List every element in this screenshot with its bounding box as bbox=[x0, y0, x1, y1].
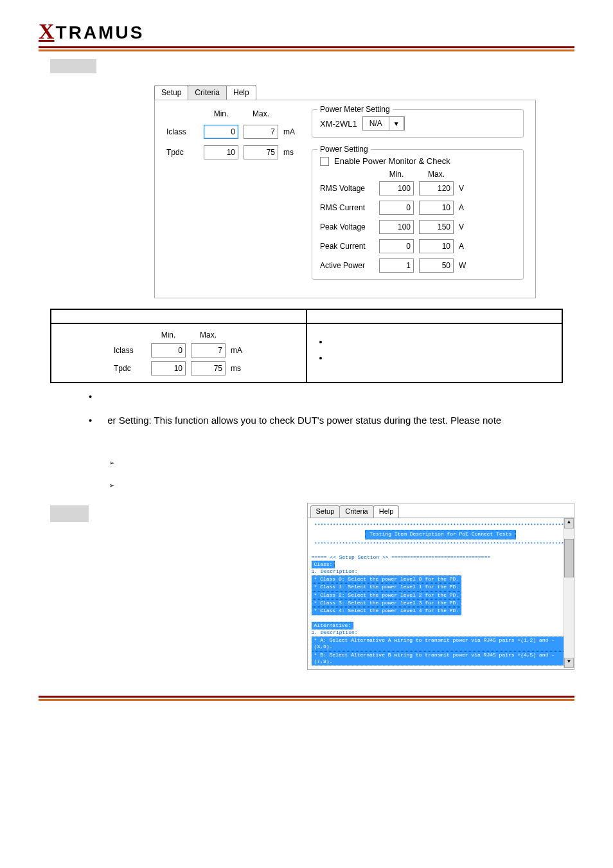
tab-setup[interactable]: Setup bbox=[154, 85, 188, 100]
t-iclass-max-input[interactable] bbox=[191, 343, 226, 357]
section-placeholder-2 bbox=[50, 505, 89, 522]
h-class-d1: 1. Description: bbox=[312, 568, 358, 574]
h-alt: Alternative: bbox=[312, 622, 354, 629]
tpdc-label: Tpdc bbox=[166, 148, 199, 157]
rms-voltage-label: RMS Voltage bbox=[320, 184, 374, 193]
table-bullet-2 bbox=[329, 353, 553, 363]
criteria-window: Setup Criteria Help Min. Max. Iclass mA … bbox=[154, 83, 536, 298]
t-tpdc-unit: ms bbox=[231, 364, 244, 373]
chevron-down-icon: ▼ bbox=[389, 117, 404, 130]
device-select-value: N/A bbox=[363, 117, 389, 130]
bullet-row-1: • bbox=[89, 391, 574, 402]
active-power-unit: W bbox=[459, 261, 472, 270]
h-alt-a: * A: Select Alternative A wiring to tran… bbox=[312, 637, 570, 651]
rms-current-min-input[interactable] bbox=[379, 201, 414, 215]
h-class-l4: * Class 4: Select the power level 4 for … bbox=[312, 607, 462, 615]
asterisk-line-2: ****************************************… bbox=[312, 541, 570, 547]
scroll-up-icon[interactable]: ▲ bbox=[564, 518, 574, 529]
table-bullet-1 bbox=[329, 337, 553, 347]
divider-orange bbox=[39, 50, 574, 51]
peak-voltage-unit: V bbox=[459, 222, 472, 231]
help-title: Testing Item Description for PoE Connect… bbox=[365, 530, 516, 539]
active-power-label: Active Power bbox=[320, 261, 374, 270]
help-tab-help[interactable]: Help bbox=[373, 505, 400, 518]
scroll-thumb[interactable] bbox=[564, 539, 574, 577]
peak-voltage-min-input[interactable] bbox=[379, 220, 414, 234]
section-placeholder bbox=[50, 59, 96, 73]
enable-power-label: Enable Power Monitor & Check bbox=[334, 156, 450, 166]
setup-section-line: ===== << Setup Section >> ==============… bbox=[312, 554, 570, 561]
h-class-l0: * Class 0: Select the power level 0 for … bbox=[312, 575, 462, 583]
bullet-icon: • bbox=[89, 391, 92, 402]
logo-text: TRAMUS bbox=[56, 23, 145, 43]
t-tpdc-label: Tpdc bbox=[114, 364, 146, 373]
table-cell-right bbox=[306, 323, 562, 383]
power-meter-fieldset: Power Meter Setting XM-2WL1 N/A ▼ bbox=[312, 109, 524, 138]
t-min-header: Min. bbox=[151, 330, 186, 339]
peak-voltage-label: Peak Voltage bbox=[320, 222, 374, 231]
footer-divider-orange bbox=[39, 699, 574, 701]
t-iclass-unit: mA bbox=[231, 346, 244, 355]
peak-current-min-input[interactable] bbox=[379, 239, 414, 253]
tpdc-max-input[interactable] bbox=[244, 145, 278, 159]
criteria-table: Min. Max. Iclass mA Tpdc ms bbox=[50, 309, 563, 383]
active-power-min-input[interactable] bbox=[379, 258, 414, 273]
rms-current-max-input[interactable] bbox=[419, 201, 454, 215]
iclass-min-input[interactable] bbox=[204, 125, 238, 139]
tpdc-unit: ms bbox=[283, 148, 296, 157]
t-iclass-min-input[interactable] bbox=[151, 343, 186, 357]
scroll-down-icon[interactable]: ▼ bbox=[564, 658, 574, 668]
iclass-max-input[interactable] bbox=[244, 125, 278, 139]
active-power-max-input[interactable] bbox=[419, 258, 454, 273]
t-max-header: Max. bbox=[191, 330, 226, 339]
ps-min-header: Min. bbox=[379, 170, 414, 179]
chevron-2: ➢ bbox=[109, 480, 574, 491]
rms-current-label: RMS Current bbox=[320, 203, 374, 212]
criteria-left-column: Min. Max. Iclass mA Tpdc ms bbox=[166, 109, 296, 285]
table-header-right bbox=[306, 309, 562, 323]
t-tpdc-min-input[interactable] bbox=[151, 361, 186, 375]
iclass-unit: mA bbox=[283, 127, 296, 136]
tab-criteria[interactable]: Criteria bbox=[188, 85, 227, 100]
chevron-1: ➢ bbox=[109, 458, 574, 469]
tabbar: Setup Criteria Help bbox=[154, 83, 536, 100]
h-class-l2: * Class 2: Select the power level 2 for … bbox=[312, 592, 462, 599]
bullet-icon-2: • bbox=[89, 415, 92, 426]
help-tab-setup[interactable]: Setup bbox=[310, 505, 341, 518]
h-class-l1: * Class 1: Select the power level 1 for … bbox=[312, 583, 462, 591]
tpdc-min-input[interactable] bbox=[204, 145, 238, 159]
body-text: er Setting: This function allows you to … bbox=[107, 415, 501, 426]
peak-current-max-input[interactable] bbox=[419, 239, 454, 253]
divider-red bbox=[39, 46, 574, 48]
rms-current-unit: A bbox=[459, 203, 472, 212]
h-class-l3: * Class 3: Select the power level 3 for … bbox=[312, 599, 462, 607]
bullet-row-2: • er Setting: This function allows you t… bbox=[89, 415, 574, 426]
h-alt-b: * B: Select Alternative B wiring to tran… bbox=[312, 651, 570, 666]
footer-divider-red bbox=[39, 696, 574, 698]
help-tab-criteria[interactable]: Criteria bbox=[339, 505, 373, 518]
peak-current-unit: A bbox=[459, 242, 472, 251]
tab-help[interactable]: Help bbox=[226, 85, 256, 100]
t-tpdc-max-input[interactable] bbox=[191, 361, 226, 375]
table-cell-left: Min. Max. Iclass mA Tpdc ms bbox=[51, 323, 306, 383]
table-header-left bbox=[51, 309, 306, 323]
help-window: Setup Criteria Help ********************… bbox=[307, 503, 574, 670]
ps-max-header: Max. bbox=[419, 170, 454, 179]
asterisk-line-1: ****************************************… bbox=[312, 522, 570, 529]
h-alt-d1: 1. Description: bbox=[312, 629, 358, 635]
iclass-label: Iclass bbox=[166, 127, 199, 136]
power-setting-legend: Power Setting bbox=[317, 145, 371, 154]
h-class: Class: bbox=[312, 561, 335, 568]
max-header: Max. bbox=[244, 109, 278, 118]
rms-voltage-max-input[interactable] bbox=[419, 181, 454, 195]
rms-voltage-min-input[interactable] bbox=[379, 181, 414, 195]
device-select[interactable]: N/A ▼ bbox=[362, 116, 405, 131]
device-label: XM-2WL1 bbox=[320, 119, 357, 129]
enable-power-checkbox[interactable] bbox=[320, 157, 329, 166]
logo: X TRAMUS bbox=[39, 19, 574, 44]
power-meter-legend: Power Meter Setting bbox=[317, 105, 393, 114]
scrollbar[interactable]: ▲ ▼ bbox=[564, 518, 574, 668]
peak-voltage-max-input[interactable] bbox=[419, 220, 454, 234]
min-header: Min. bbox=[204, 109, 238, 118]
rms-voltage-unit: V bbox=[459, 184, 472, 193]
